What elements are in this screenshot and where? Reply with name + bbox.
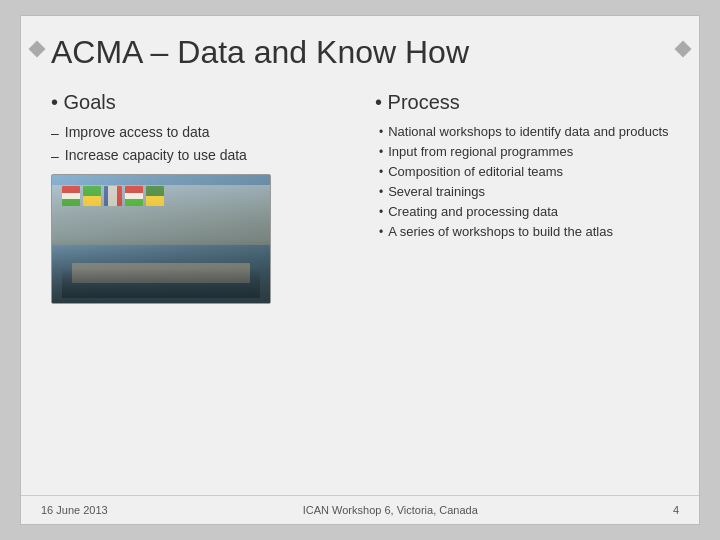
process-bullet-4: Several trainings — [375, 184, 669, 199]
flag-5 — [146, 186, 164, 206]
meeting-photo — [51, 174, 271, 304]
process-bullet-2-text: Input from regional programmes — [388, 144, 573, 159]
process-bullet-5: Creating and processing data — [375, 204, 669, 219]
process-bullet-5-text: Creating and processing data — [388, 204, 558, 219]
process-bullet-1-text: National workshops to identify data and … — [388, 124, 668, 139]
flags-strip — [62, 183, 260, 208]
goal-bullet-1-text: Improve access to data — [65, 124, 210, 140]
process-bullet-1: National workshops to identify data and … — [375, 124, 669, 139]
goals-heading: • Goals — [51, 91, 345, 114]
process-bullet-3: Composition of editorial teams — [375, 164, 669, 179]
process-bullet-3-text: Composition of editorial teams — [388, 164, 563, 179]
footer-page: 4 — [673, 504, 679, 516]
footer-date: 16 June 2013 — [41, 504, 108, 516]
right-column: • Process National workshops to identify… — [365, 91, 679, 485]
slide-title: ACMA – Data and Know How — [51, 34, 669, 71]
process-bullet-2: Input from regional programmes — [375, 144, 669, 159]
goal-bullet-1: Improve access to data — [51, 124, 345, 141]
process-bullet-6-text: A series of workshops to build the atlas — [388, 224, 613, 239]
diamond-right-icon — [675, 40, 692, 57]
goal-bullet-2-text: Increase capacity to use data — [65, 147, 247, 163]
goal-bullet-2: Increase capacity to use data — [51, 147, 345, 164]
process-bullet-6: A series of workshops to build the atlas — [375, 224, 669, 239]
flag-4 — [125, 186, 143, 206]
flag-1 — [62, 186, 80, 206]
slide: ACMA – Data and Know How • Goals Improve… — [20, 15, 700, 525]
slide-header: ACMA – Data and Know How — [21, 16, 699, 81]
slide-footer: 16 June 2013 ICAN Workshop 6, Victoria, … — [21, 495, 699, 524]
footer-event: ICAN Workshop 6, Victoria, Canada — [303, 504, 478, 516]
flag-3 — [104, 186, 122, 206]
left-column: • Goals Improve access to data Increase … — [41, 91, 355, 485]
process-heading: • Process — [375, 91, 669, 114]
slide-content: • Goals Improve access to data Increase … — [21, 81, 699, 495]
people-silhouette — [62, 268, 260, 298]
flag-2 — [83, 186, 101, 206]
diamond-left-icon — [29, 40, 46, 57]
process-bullet-4-text: Several trainings — [388, 184, 485, 199]
